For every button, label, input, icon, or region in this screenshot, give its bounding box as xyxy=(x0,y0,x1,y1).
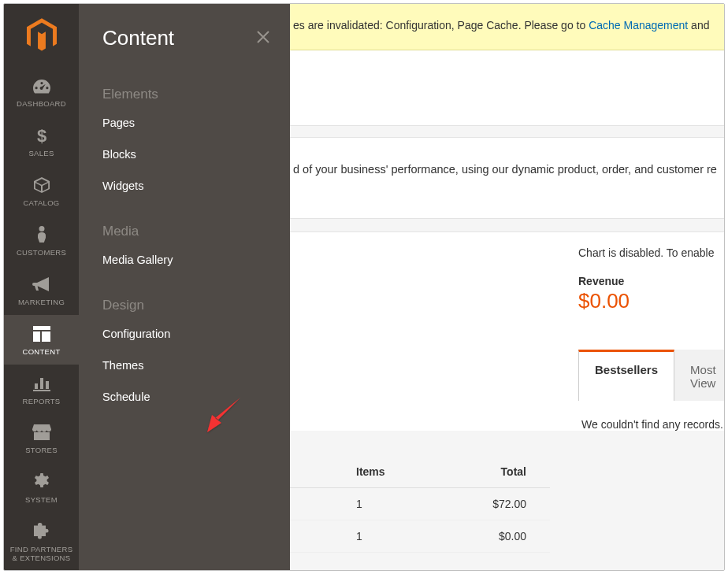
nav-reports[interactable]: REPORTS xyxy=(4,365,79,414)
flyout-item-pages[interactable]: Pages xyxy=(79,107,290,139)
flyout-section-elements: Elements xyxy=(79,65,290,107)
tab-most-viewed[interactable]: Most View xyxy=(674,350,724,401)
cell-items: 1 xyxy=(290,498,447,510)
nav-label: REPORTS xyxy=(23,398,61,406)
nav-label: CUSTOMERS xyxy=(17,249,66,257)
nav-content[interactable]: CONTENT xyxy=(4,315,79,365)
puzzle-icon xyxy=(33,522,50,541)
dashboard-panel: Chart is disabled. To enable Revenue $0.… xyxy=(290,231,724,431)
nav-marketing[interactable]: MARKETING xyxy=(4,265,79,315)
nav-label: CONTENT xyxy=(22,348,60,357)
nav-label: DASHBOARD xyxy=(17,100,66,109)
cache-notice: es are invalidated: Configuration, Page … xyxy=(290,4,724,50)
nav-system[interactable]: SYSTEM xyxy=(4,463,79,513)
nav-label: FIND PARTNERS & EXTENSIONS xyxy=(7,546,76,563)
col-total-header: Total xyxy=(447,465,550,478)
flyout-title: Content xyxy=(102,26,174,50)
nav-find-partners[interactable]: FIND PARTNERS & EXTENSIONS xyxy=(4,513,79,571)
person-icon xyxy=(35,225,48,244)
layout-icon xyxy=(33,324,50,343)
nav-label: CATALOG xyxy=(23,199,59,208)
nav-label: STORES xyxy=(25,446,58,455)
header-area xyxy=(290,50,724,126)
table-row[interactable]: 1 $72.00 xyxy=(290,488,550,520)
close-icon[interactable] xyxy=(255,29,271,48)
nav-label: SALES xyxy=(28,150,54,158)
bars-icon xyxy=(33,374,50,393)
performance-text: d of your business' performance, using o… xyxy=(290,137,724,219)
no-records-text: We couldn't find any records. xyxy=(290,401,724,431)
cell-items: 1 xyxy=(290,530,447,543)
orders-header-row: Items Total xyxy=(290,465,550,488)
revenue-block: Revenue $0.00 xyxy=(290,275,724,313)
revenue-value: $0.00 xyxy=(578,289,724,313)
nav-sales[interactable]: $ SALES xyxy=(4,117,79,166)
dollar-icon: $ xyxy=(36,126,47,145)
flyout-section-media: Media xyxy=(79,202,290,244)
nav-label: MARKETING xyxy=(18,298,65,307)
box-icon xyxy=(32,176,51,194)
cell-total: $0.00 xyxy=(447,530,550,543)
orders-table: Items Total 1 $72.00 1 $0.00 xyxy=(290,465,550,553)
flyout-item-schedule[interactable]: Schedule xyxy=(79,381,290,413)
nav-label: SYSTEM xyxy=(25,496,58,505)
nav-dashboard[interactable]: DASHBOARD xyxy=(4,67,79,117)
chart-disabled-note: Chart is disabled. To enable xyxy=(290,246,724,275)
notice-text: es are invalidated: Configuration, Page … xyxy=(293,19,589,31)
svg-text:$: $ xyxy=(36,126,46,145)
store-icon xyxy=(32,423,51,442)
revenue-label: Revenue xyxy=(578,275,724,287)
col-items-header: Items xyxy=(290,465,447,478)
gauge-icon xyxy=(32,76,52,95)
dashboard-tabs: Bestsellers Most View xyxy=(578,350,724,401)
content-flyout: Content Elements Pages Blocks Widgets Me… xyxy=(79,4,290,570)
notice-text-suffix: and xyxy=(688,19,709,31)
flyout-item-media-gallery[interactable]: Media Gallery xyxy=(79,244,290,276)
nav-customers[interactable]: CUSTOMERS xyxy=(4,216,79,265)
cell-total: $72.00 xyxy=(447,498,550,510)
megaphone-icon xyxy=(32,275,51,294)
flyout-item-themes[interactable]: Themes xyxy=(79,350,290,381)
cache-management-link[interactable]: Cache Management xyxy=(589,19,688,31)
flyout-item-blocks[interactable]: Blocks xyxy=(79,139,290,170)
tab-bestsellers[interactable]: Bestsellers xyxy=(578,350,674,401)
nav-catalog[interactable]: CATALOG xyxy=(4,166,79,216)
nav-stores[interactable]: STORES xyxy=(4,413,79,463)
admin-sidebar: DASHBOARD $ SALES CATALOG CUSTOMERS MARK… xyxy=(4,4,79,570)
magento-logo-icon xyxy=(24,18,60,53)
flyout-item-configuration[interactable]: Configuration xyxy=(79,318,290,350)
table-row[interactable]: 1 $0.00 xyxy=(290,520,550,553)
flyout-section-design: Design xyxy=(79,276,290,318)
gear-icon xyxy=(33,472,50,491)
flyout-item-widgets[interactable]: Widgets xyxy=(79,170,290,202)
